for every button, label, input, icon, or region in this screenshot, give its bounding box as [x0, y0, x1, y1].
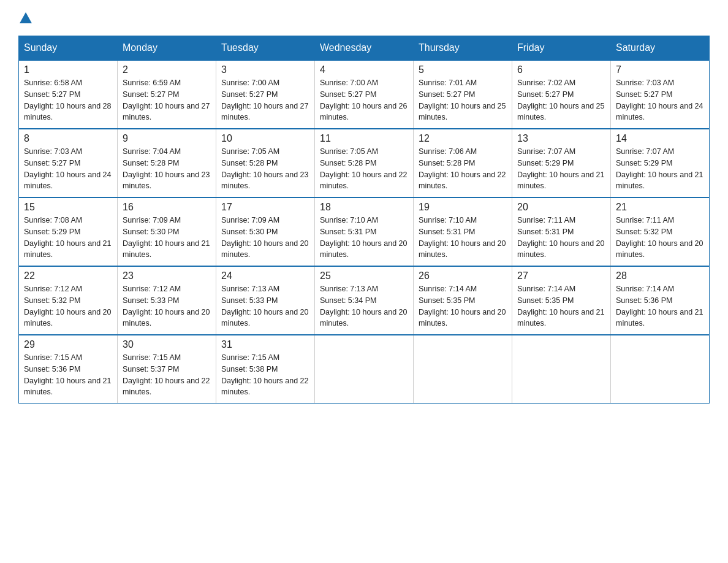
calendar-cell: 24Sunrise: 7:13 AMSunset: 5:33 PMDayligh…	[216, 266, 315, 335]
calendar-cell: 14Sunrise: 7:07 AMSunset: 5:29 PMDayligh…	[611, 129, 710, 197]
day-info: Sunrise: 7:11 AMSunset: 5:31 PMDaylight:…	[517, 215, 605, 261]
day-info: Sunrise: 7:01 AMSunset: 5:27 PMDaylight:…	[419, 77, 507, 123]
day-number: 30	[123, 339, 211, 350]
calendar-cell: 3Sunrise: 7:00 AMSunset: 5:27 PMDaylight…	[216, 60, 315, 129]
calendar-cell: 10Sunrise: 7:05 AMSunset: 5:28 PMDayligh…	[216, 129, 315, 197]
day-info: Sunrise: 7:13 AMSunset: 5:34 PMDaylight:…	[320, 283, 408, 329]
day-header-row: SundayMondayTuesdayWednesdayThursdayFrid…	[19, 36, 710, 61]
day-number: 24	[221, 270, 309, 282]
day-info: Sunrise: 7:09 AMSunset: 5:30 PMDaylight:…	[221, 215, 309, 261]
day-number: 4	[320, 64, 408, 75]
day-info: Sunrise: 7:12 AMSunset: 5:33 PMDaylight:…	[123, 283, 211, 329]
day-number: 9	[123, 133, 211, 144]
day-info: Sunrise: 7:00 AMSunset: 5:27 PMDaylight:…	[221, 77, 309, 123]
calendar-cell: 8Sunrise: 7:03 AMSunset: 5:27 PMDaylight…	[19, 129, 118, 197]
day-info: Sunrise: 7:12 AMSunset: 5:32 PMDaylight:…	[24, 283, 112, 329]
calendar-cell: 16Sunrise: 7:09 AMSunset: 5:30 PMDayligh…	[118, 197, 216, 266]
day-number: 28	[616, 270, 704, 282]
calendar-cell: 25Sunrise: 7:13 AMSunset: 5:34 PMDayligh…	[315, 266, 414, 335]
day-number: 7	[616, 64, 704, 75]
calendar-week-row: 8Sunrise: 7:03 AMSunset: 5:27 PMDaylight…	[19, 129, 710, 197]
day-info: Sunrise: 7:08 AMSunset: 5:29 PMDaylight:…	[24, 215, 112, 261]
calendar-cell: 27Sunrise: 7:14 AMSunset: 5:35 PMDayligh…	[512, 266, 611, 335]
day-number: 1	[24, 64, 112, 75]
calendar-cell: 26Sunrise: 7:14 AMSunset: 5:35 PMDayligh…	[414, 266, 512, 335]
day-number: 21	[616, 202, 704, 213]
day-header-thursday: Thursday	[414, 36, 512, 61]
day-info: Sunrise: 7:10 AMSunset: 5:31 PMDaylight:…	[320, 215, 408, 261]
day-number: 11	[320, 133, 408, 144]
day-info: Sunrise: 7:14 AMSunset: 5:36 PMDaylight:…	[616, 283, 704, 329]
day-info: Sunrise: 7:06 AMSunset: 5:28 PMDaylight:…	[419, 146, 507, 192]
calendar-cell: 21Sunrise: 7:11 AMSunset: 5:32 PMDayligh…	[611, 197, 710, 266]
calendar-cell: 4Sunrise: 7:00 AMSunset: 5:27 PMDaylight…	[315, 60, 414, 129]
day-info: Sunrise: 7:15 AMSunset: 5:38 PMDaylight:…	[221, 352, 309, 398]
calendar-cell: 20Sunrise: 7:11 AMSunset: 5:31 PMDayligh…	[512, 197, 611, 266]
day-number: 26	[419, 270, 507, 282]
day-info: Sunrise: 7:03 AMSunset: 5:27 PMDaylight:…	[616, 77, 704, 123]
calendar-cell	[414, 335, 512, 404]
calendar-cell: 1Sunrise: 6:58 AMSunset: 5:27 PMDaylight…	[19, 60, 118, 129]
calendar-cell: 7Sunrise: 7:03 AMSunset: 5:27 PMDaylight…	[611, 60, 710, 129]
calendar-cell: 12Sunrise: 7:06 AMSunset: 5:28 PMDayligh…	[414, 129, 512, 197]
calendar-table: SundayMondayTuesdayWednesdayThursdayFrid…	[18, 36, 710, 404]
day-number: 10	[221, 133, 309, 144]
day-number: 13	[517, 133, 605, 144]
calendar-cell: 22Sunrise: 7:12 AMSunset: 5:32 PMDayligh…	[19, 266, 118, 335]
calendar-cell: 23Sunrise: 7:12 AMSunset: 5:33 PMDayligh…	[118, 266, 216, 335]
day-info: Sunrise: 7:05 AMSunset: 5:28 PMDaylight:…	[221, 146, 309, 192]
calendar-cell: 30Sunrise: 7:15 AMSunset: 5:37 PMDayligh…	[118, 335, 216, 404]
day-header-monday: Monday	[118, 36, 216, 61]
page-header	[18, 12, 710, 23]
calendar-cell: 18Sunrise: 7:10 AMSunset: 5:31 PMDayligh…	[315, 197, 414, 266]
day-info: Sunrise: 7:10 AMSunset: 5:31 PMDaylight:…	[419, 215, 507, 261]
calendar-cell	[611, 335, 710, 404]
day-number: 2	[123, 64, 211, 75]
calendar-week-row: 15Sunrise: 7:08 AMSunset: 5:29 PMDayligh…	[19, 197, 710, 266]
day-info: Sunrise: 6:59 AMSunset: 5:27 PMDaylight:…	[123, 77, 211, 123]
calendar-cell: 11Sunrise: 7:05 AMSunset: 5:28 PMDayligh…	[315, 129, 414, 197]
day-info: Sunrise: 7:15 AMSunset: 5:37 PMDaylight:…	[123, 352, 211, 398]
day-number: 22	[24, 270, 112, 282]
day-info: Sunrise: 7:03 AMSunset: 5:27 PMDaylight:…	[24, 146, 112, 192]
day-number: 5	[419, 64, 507, 75]
calendar-cell	[315, 335, 414, 404]
calendar-week-row: 1Sunrise: 6:58 AMSunset: 5:27 PMDaylight…	[19, 60, 710, 129]
calendar-body: 1Sunrise: 6:58 AMSunset: 5:27 PMDaylight…	[19, 60, 710, 404]
day-number: 18	[320, 202, 408, 213]
day-number: 8	[24, 133, 112, 144]
calendar-cell: 2Sunrise: 6:59 AMSunset: 5:27 PMDaylight…	[118, 60, 216, 129]
calendar-cell: 15Sunrise: 7:08 AMSunset: 5:29 PMDayligh…	[19, 197, 118, 266]
day-number: 20	[517, 202, 605, 213]
calendar-cell: 17Sunrise: 7:09 AMSunset: 5:30 PMDayligh…	[216, 197, 315, 266]
day-header-saturday: Saturday	[611, 36, 710, 61]
calendar-cell: 31Sunrise: 7:15 AMSunset: 5:38 PMDayligh…	[216, 335, 315, 404]
day-number: 3	[221, 64, 309, 75]
day-number: 6	[517, 64, 605, 75]
day-info: Sunrise: 7:14 AMSunset: 5:35 PMDaylight:…	[517, 283, 605, 329]
day-number: 16	[123, 202, 211, 213]
day-info: Sunrise: 7:04 AMSunset: 5:28 PMDaylight:…	[123, 146, 211, 192]
day-info: Sunrise: 7:07 AMSunset: 5:29 PMDaylight:…	[517, 146, 605, 192]
day-info: Sunrise: 7:00 AMSunset: 5:27 PMDaylight:…	[320, 77, 408, 123]
day-info: Sunrise: 7:07 AMSunset: 5:29 PMDaylight:…	[616, 146, 704, 192]
day-number: 23	[123, 270, 211, 282]
day-number: 12	[419, 133, 507, 144]
day-info: Sunrise: 7:13 AMSunset: 5:33 PMDaylight:…	[221, 283, 309, 329]
calendar-week-row: 22Sunrise: 7:12 AMSunset: 5:32 PMDayligh…	[19, 266, 710, 335]
calendar-cell: 28Sunrise: 7:14 AMSunset: 5:36 PMDayligh…	[611, 266, 710, 335]
calendar-cell: 6Sunrise: 7:02 AMSunset: 5:27 PMDaylight…	[512, 60, 611, 129]
calendar-cell	[512, 335, 611, 404]
calendar-cell: 29Sunrise: 7:15 AMSunset: 5:36 PMDayligh…	[19, 335, 118, 404]
day-info: Sunrise: 7:05 AMSunset: 5:28 PMDaylight:…	[320, 146, 408, 192]
day-info: Sunrise: 6:58 AMSunset: 5:27 PMDaylight:…	[24, 77, 112, 123]
day-number: 29	[24, 339, 112, 350]
day-header-sunday: Sunday	[19, 36, 118, 61]
calendar-cell: 5Sunrise: 7:01 AMSunset: 5:27 PMDaylight…	[414, 60, 512, 129]
day-info: Sunrise: 7:15 AMSunset: 5:36 PMDaylight:…	[24, 352, 112, 398]
day-number: 31	[221, 339, 309, 350]
calendar-cell: 19Sunrise: 7:10 AMSunset: 5:31 PMDayligh…	[414, 197, 512, 266]
day-number: 27	[517, 270, 605, 282]
day-info: Sunrise: 7:11 AMSunset: 5:32 PMDaylight:…	[616, 215, 704, 261]
day-number: 14	[616, 133, 704, 144]
